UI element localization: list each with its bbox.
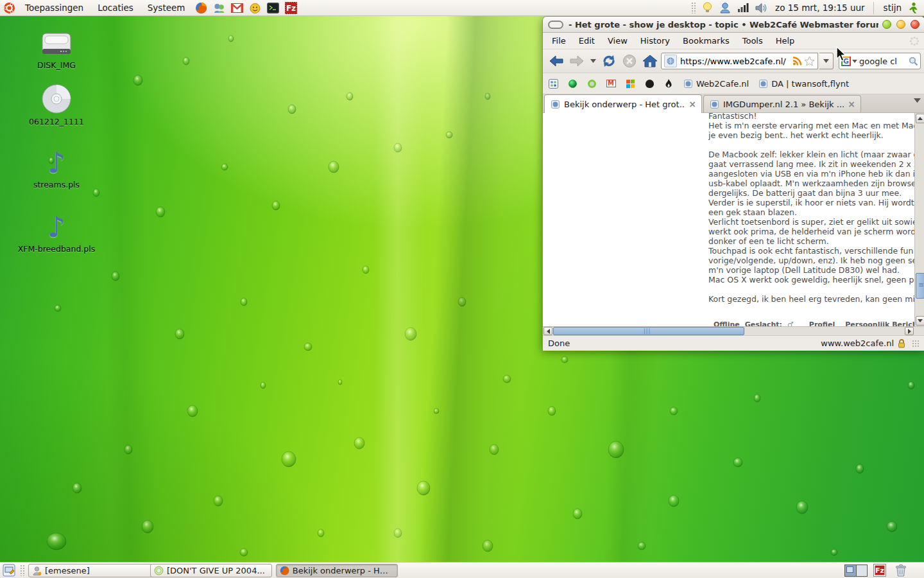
bookmark-web2cafe[interactable]: Web2Cafe.nl xyxy=(683,78,749,89)
mouse-cursor xyxy=(835,46,848,62)
ssl-lock-icon[interactable] xyxy=(897,338,906,348)
lightbulb-icon[interactable] xyxy=(700,1,714,15)
gmail-icon[interactable] xyxy=(230,1,244,15)
menu-item[interactable]: Tools xyxy=(736,33,769,49)
menu-item[interactable]: Bookmarks xyxy=(676,33,736,49)
search-bar[interactable]: G google cl xyxy=(839,53,921,69)
scroll-down-icon[interactable] xyxy=(916,316,924,326)
url-text[interactable]: https://www.web2cafe.nl/ xyxy=(680,57,792,66)
maximize-button[interactable] xyxy=(896,20,905,29)
search-magnifier-icon[interactable] xyxy=(909,57,918,66)
desktop-icon-cdrom[interactable]: 061212_1111 xyxy=(15,81,98,127)
pidgin-icon[interactable] xyxy=(212,1,226,15)
menu-item[interactable]: Edit xyxy=(572,33,601,49)
pb-link[interactable]: Persoonlijk Bericht xyxy=(845,320,921,326)
gmail-favicon[interactable]: M xyxy=(606,78,616,89)
scroll-right-icon[interactable] xyxy=(905,327,914,335)
menu-toepassingen[interactable]: Toepassingen xyxy=(18,0,90,16)
menu-item[interactable]: History xyxy=(634,33,676,49)
dark-blob-favicon[interactable] xyxy=(644,78,654,89)
forum-text-line: dergelijks. De batterij gaat dan bijna 3… xyxy=(708,188,914,198)
desktop-icon-xfm-breedband[interactable]: ♪ XFM-breedband.pls xyxy=(15,208,98,254)
music-note-icon: ♪ xyxy=(47,213,65,241)
forum-text-line: usb-kabel oplaadt. M'n werkzaamheden zij… xyxy=(708,179,914,188)
url-bar[interactable]: https://www.web2cafe.nl/ xyxy=(661,53,818,69)
horizontal-scroll-thumb[interactable] xyxy=(553,327,744,335)
menu-locaties[interactable]: Locaties xyxy=(90,0,141,16)
desktop-icon-streams[interactable]: ♪ streams.pls xyxy=(15,144,98,189)
desktop-icon-disk-img[interactable]: DISK_IMG xyxy=(15,24,98,70)
tab-bekijk-onderwerp[interactable]: Bekijk onderwerp - Het grot... × xyxy=(544,94,702,113)
windows-favicon[interactable] xyxy=(625,78,635,89)
home-button[interactable] xyxy=(640,51,660,71)
forum-text-line: je even bezig bent.. het werkt echt heer… xyxy=(708,130,914,140)
bomb-favicon[interactable] xyxy=(567,78,578,89)
tab-close-icon[interactable]: × xyxy=(848,100,855,109)
tab-list-dropdown[interactable] xyxy=(914,98,921,103)
emesene-chat-icon xyxy=(154,566,164,575)
menu-systeem[interactable]: Systeem xyxy=(141,0,193,16)
bookmark-da-twansoft[interactable]: DA | twansoft,flynt xyxy=(758,78,849,89)
user-presence-icon[interactable] xyxy=(718,1,732,15)
stop-button[interactable] xyxy=(620,51,639,71)
menu-item[interactable]: Help xyxy=(769,33,801,49)
filezilla-icon[interactable]: Fz xyxy=(284,1,298,15)
firefox-icon xyxy=(280,566,289,575)
bookmark-star-icon[interactable] xyxy=(804,56,815,66)
close-button[interactable] xyxy=(911,20,920,29)
firefox-icon[interactable] xyxy=(194,1,208,15)
network-signal-icon[interactable] xyxy=(736,1,750,15)
menu-item[interactable]: File xyxy=(545,33,572,49)
workspace-switcher[interactable] xyxy=(844,565,868,577)
ubuntu-logo-icon[interactable] xyxy=(2,1,16,15)
forum-text-line: donker of een te licht scherm. xyxy=(708,236,914,246)
url-history-dropdown[interactable] xyxy=(819,53,834,69)
geslacht-label: Geslacht: xyxy=(745,320,782,326)
emesene-icon[interactable] xyxy=(248,1,262,15)
window-menu-button[interactable] xyxy=(548,21,563,29)
vertical-scrollbar[interactable] xyxy=(914,113,924,326)
filezilla-tray-icon[interactable]: Fz xyxy=(873,563,887,577)
workspace-2[interactable] xyxy=(856,565,867,576)
navigation-toolbar: https://www.web2cafe.nl/ G google cl xyxy=(543,49,924,73)
volume-icon[interactable] xyxy=(754,1,768,15)
user-menu[interactable]: stijn xyxy=(877,3,904,13)
back-forward-dropdown[interactable] xyxy=(588,51,598,71)
tab-imgdumper[interactable]: IMGDumper.nl 2.1 » Bekijk ... × xyxy=(703,95,861,112)
forward-button[interactable] xyxy=(567,51,586,71)
titlebar[interactable]: - Het grote - show je desktop - topic • … xyxy=(543,17,924,33)
scroll-left-icon[interactable] xyxy=(543,327,552,335)
reload-button[interactable] xyxy=(599,51,619,71)
user-switcher-icon[interactable] xyxy=(906,1,920,15)
menu-item[interactable]: View xyxy=(601,33,634,49)
task-button-dont-give-up[interactable]: [DON'T GIVE UP 2004... xyxy=(150,564,272,577)
panel-grip[interactable] xyxy=(691,2,696,13)
forum-text-line: Touchpad is ook echt fantastisch, versch… xyxy=(708,246,914,256)
ring-favicon[interactable] xyxy=(586,78,597,89)
resize-grip[interactable] xyxy=(912,340,920,347)
smart-bookmarks-icon[interactable] xyxy=(548,78,558,89)
back-button[interactable] xyxy=(547,51,566,71)
globe-favicon xyxy=(550,99,560,109)
flame-favicon[interactable] xyxy=(663,78,674,89)
task-button-bekijk-onderwerp[interactable]: Bekijk onderwerp - He... xyxy=(276,564,398,577)
top-panel: Toepassingen Locaties Systeem Fz xyxy=(0,0,924,16)
scroll-up-icon[interactable] xyxy=(916,114,924,123)
panel-grip[interactable] xyxy=(20,565,25,576)
terminal-icon[interactable] xyxy=(266,1,280,15)
throbber-icon xyxy=(909,36,920,46)
show-desktop-button[interactable] xyxy=(2,563,16,577)
search-input[interactable]: google cl xyxy=(859,57,909,66)
tab-close-icon[interactable]: × xyxy=(689,100,696,109)
page-content[interactable]: Fantastisch!Het is m'n eerste ervaring m… xyxy=(543,113,924,326)
forum-text-line: Verder is ie superstil, ik hoor er niets… xyxy=(708,198,914,207)
workspace-1[interactable] xyxy=(845,565,856,576)
profiel-link[interactable]: Profiel xyxy=(809,320,835,326)
task-button-emesene[interactable]: [emesene] xyxy=(28,564,153,577)
rss-feed-icon[interactable] xyxy=(792,57,802,66)
trash-icon[interactable] xyxy=(894,563,908,577)
panel-clock[interactable]: zo 15 mrt, 19:15 uur xyxy=(770,3,870,13)
horizontal-scrollbar[interactable] xyxy=(543,326,924,335)
vertical-scroll-thumb[interactable] xyxy=(916,273,924,299)
minimize-button[interactable] xyxy=(882,20,891,29)
